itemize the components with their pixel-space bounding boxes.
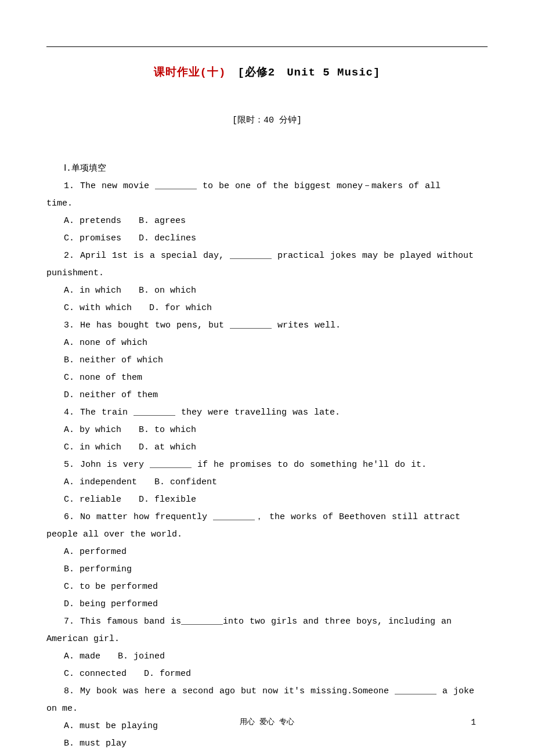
q2-stem-a: 2. April 1st is a special day, ________ … — [46, 247, 488, 265]
footer-text: 用心 爱心 专心 — [0, 717, 534, 727]
section-1-title: Ⅰ.单项填空 — [46, 160, 488, 178]
q4-opts-1: A. by which B. to which — [46, 422, 488, 439]
q2-stem-b: punishment. — [46, 265, 488, 282]
top-rule — [46, 46, 488, 47]
q5-opts-1: A. independent B. confident — [46, 474, 488, 491]
q3-opts-1: A. none of which — [46, 334, 488, 352]
q7-opts-2: C. connected D. formed — [46, 665, 488, 683]
q3-opts-4: D. neither of them — [46, 387, 488, 404]
q8-stem-a: 8. My book was here a second ago but now… — [46, 683, 488, 700]
page-title: 课时作业(十) [必修2 Unit 5 Music] — [46, 64, 488, 80]
q8-stem-b: on me. — [46, 700, 488, 718]
q1-opts-2: C. promises D. declines — [46, 230, 488, 247]
q7-stem-b: American girl. — [46, 631, 488, 648]
q7-opts-1: A. made B. joined — [46, 648, 488, 665]
title-zh: 课时作业(十) — [154, 66, 238, 79]
q1-opts-1: A. pretends B. agrees — [46, 213, 488, 230]
q6-opts-3: C. to be performed — [46, 578, 488, 596]
page-number: 1 — [471, 718, 476, 727]
q2-opts-2: C. with which D. for which — [46, 300, 488, 317]
q1-stem-a: 1. The new movie ________ to be one of t… — [46, 178, 488, 195]
q1-stem-b: time. — [46, 195, 488, 213]
q6-stem-b: people all over the world. — [46, 526, 488, 543]
time-limit: [限时：40 分钟] — [46, 114, 488, 125]
q6-opts-1: A. performed — [46, 543, 488, 561]
content-body: Ⅰ.单项填空 1. The new movie ________ to be o… — [46, 160, 488, 756]
q5-opts-2: C. reliable D. flexible — [46, 491, 488, 509]
q8-opts-3: C. can't have played — [46, 753, 488, 756]
q3-opts-2: B. neither of which — [46, 352, 488, 369]
q2-opts-1: A. in which B. on which — [46, 282, 488, 300]
q3-opts-3: C. none of them — [46, 369, 488, 387]
q6-opts-4: D. being performed — [46, 596, 488, 613]
q8-opts-2: B. must play — [46, 735, 488, 753]
q7-stem-a: 7. This famous band is________into two g… — [46, 613, 488, 631]
q3-stem-a: 3. He has bought two pens, but ________ … — [46, 317, 488, 334]
q5-stem-a: 5. John is very ________ if he promises … — [46, 456, 488, 474]
q4-opts-2: C. in which D. at which — [46, 439, 488, 456]
q4-stem-a: 4. The train ________ they were travelli… — [46, 404, 488, 422]
q6-opts-2: B. performing — [46, 561, 488, 578]
title-en: [必修2 Unit 5 Music] — [237, 66, 380, 79]
q6-stem-a: 6. No matter how frequently ________， th… — [46, 509, 488, 526]
